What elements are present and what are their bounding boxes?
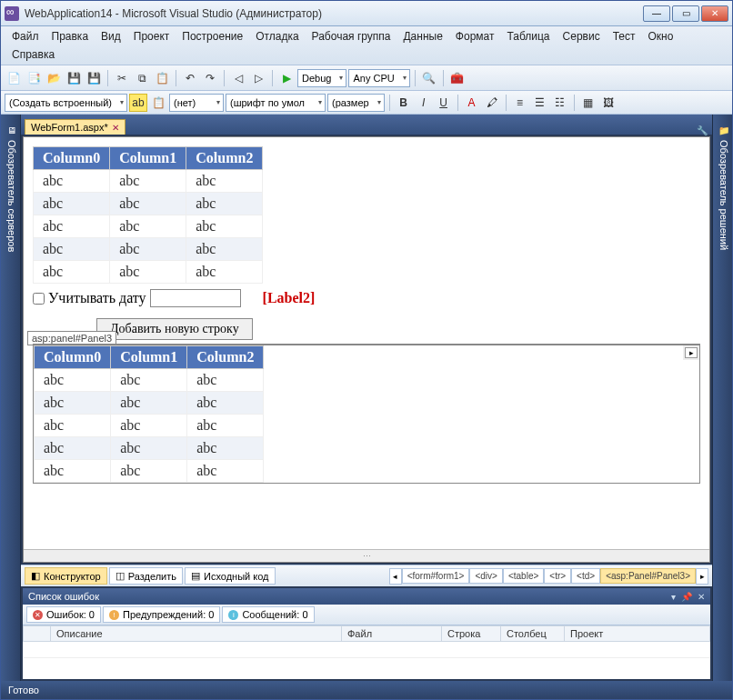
save-icon[interactable]: 💾 xyxy=(65,69,83,87)
italic-icon[interactable]: I xyxy=(415,94,433,112)
horizontal-scrollbar[interactable]: ⋯ xyxy=(24,549,709,562)
menu-view[interactable]: Вид xyxy=(95,28,126,45)
breadcrumb-table[interactable]: <table> xyxy=(503,568,544,584)
window-title: WebApplication14 - Microsoft Visual Stud… xyxy=(25,7,641,20)
start-debug-icon[interactable]: ▶ xyxy=(277,69,296,87)
solution-config-combo[interactable]: Debug xyxy=(297,69,346,87)
breadcrumb-form[interactable]: <form#form1> xyxy=(402,568,470,584)
find-icon[interactable]: 🔍 xyxy=(420,69,438,87)
breadcrumb-panel[interactable]: <asp:Panel#Panel3> xyxy=(600,568,696,584)
gridview-2[interactable]: Column0 Column1 Column2 abcabcabc abcabc… xyxy=(34,345,264,483)
breadcrumb-div[interactable]: <div> xyxy=(469,568,502,584)
errors-tab[interactable]: ✕Ошибок: 0 xyxy=(26,606,101,623)
pin-icon[interactable]: 📌 xyxy=(681,592,692,602)
close-tab-icon[interactable]: ✕ xyxy=(112,123,119,133)
col-line[interactable]: Строка xyxy=(442,626,501,642)
menu-tools[interactable]: Сервис xyxy=(557,28,606,45)
open-file-icon[interactable]: 📂 xyxy=(45,69,63,87)
label2[interactable]: [Label2] xyxy=(263,290,316,306)
design-view-button[interactable]: ◧Конструктор xyxy=(25,567,107,585)
maximize-button[interactable]: ▭ xyxy=(672,5,699,22)
tab-label: WebForm1.aspx* xyxy=(31,122,108,133)
menu-project[interactable]: Проект xyxy=(128,28,176,45)
col-project[interactable]: Проект xyxy=(565,626,710,642)
split-view-button[interactable]: ◫Разделить xyxy=(109,567,183,585)
bg-color-icon[interactable]: 🖍 xyxy=(483,94,501,112)
menu-table[interactable]: Таблица xyxy=(501,28,555,45)
cut-icon[interactable]: ✂ xyxy=(113,69,131,87)
bold-icon[interactable]: B xyxy=(395,94,413,112)
grid1-header-1: Column1 xyxy=(110,147,186,170)
breadcrumb-tr[interactable]: <tr> xyxy=(544,568,571,584)
col-column[interactable]: Столбец xyxy=(501,626,565,642)
paste-icon[interactable]: 📋 xyxy=(153,69,171,87)
menu-edit[interactable]: Правка xyxy=(46,28,95,45)
add-item-icon[interactable]: 📑 xyxy=(25,69,43,87)
menu-help[interactable]: Справка xyxy=(6,46,60,63)
ordered-list-icon[interactable]: ☰ xyxy=(531,94,549,112)
save-all-icon[interactable]: 💾 xyxy=(85,69,103,87)
font-size-combo[interactable]: (размер xyxy=(327,94,385,112)
menu-test[interactable]: Тест xyxy=(607,28,641,45)
properties-icon: 🔧 xyxy=(696,124,708,136)
toolbox-icon[interactable]: 🧰 xyxy=(448,69,467,87)
underline-icon[interactable]: U xyxy=(435,94,453,112)
dropdown-icon[interactable]: ▾ xyxy=(671,592,676,602)
style-combo[interactable]: (Создать встроенный) xyxy=(5,94,127,112)
col-file[interactable]: Файл xyxy=(342,626,442,642)
menu-build[interactable]: Построение xyxy=(176,28,248,45)
copy-icon[interactable]: ⧉ xyxy=(133,69,151,87)
smart-tag-icon[interactable]: ▸ xyxy=(685,347,698,358)
breadcrumb-prev-icon[interactable]: ◂ xyxy=(389,568,402,585)
nav-back-icon[interactable]: ◁ xyxy=(229,69,247,87)
split-icon: ◫ xyxy=(115,570,125,582)
date-textbox[interactable] xyxy=(150,289,241,307)
gridview-1[interactable]: Column0 Column1 Column2 abcabcabc abcabc… xyxy=(33,146,263,284)
info-icon: i xyxy=(228,610,238,620)
menu-debug[interactable]: Отладка xyxy=(250,28,304,45)
consider-date-checkbox[interactable] xyxy=(33,293,45,305)
close-button[interactable]: ✕ xyxy=(701,5,728,22)
minimize-button[interactable]: — xyxy=(643,5,670,22)
highlight-icon[interactable]: ab xyxy=(129,94,147,112)
menu-data[interactable]: Данные xyxy=(397,28,447,45)
solution-icon: 📁 xyxy=(718,124,730,136)
font-color-icon[interactable]: A xyxy=(463,94,481,112)
tag-breadcrumb: ◂ <form#form1> <div> <table> <tr> <td> <… xyxy=(389,568,708,585)
menu-format[interactable]: Формат xyxy=(450,28,500,45)
error-list-panel: Список ошибок ▾ 📌 ✕ ✕Ошибок: 0 !Предупре… xyxy=(23,588,710,679)
solution-platform-combo[interactable]: Any CPU xyxy=(348,69,409,87)
error-list-title: Список ошибок xyxy=(28,591,99,602)
status-text: Готово xyxy=(8,685,39,695)
view-switcher: ◧Конструктор ◫Разделить ▤Исходный код ◂ … xyxy=(21,565,712,586)
new-project-icon[interactable]: 📄 xyxy=(5,69,23,87)
col-description[interactable]: Описание xyxy=(51,626,342,642)
checkbox-label: Учитывать дату xyxy=(48,290,146,306)
table-row: abcabcabc xyxy=(35,437,264,460)
menu-team[interactable]: Рабочая группа xyxy=(306,28,397,45)
unordered-list-icon[interactable]: ☷ xyxy=(551,94,569,112)
source-view-button[interactable]: ▤Исходный код xyxy=(185,567,276,585)
font-combo[interactable]: (шрифт по умол xyxy=(226,94,326,112)
breadcrumb-td[interactable]: <td> xyxy=(571,568,600,584)
tab-webform1[interactable]: WebForm1.aspx* ✕ xyxy=(25,119,126,135)
server-explorer-tab[interactable]: 🖥Обозреватель серверов xyxy=(5,120,18,675)
standard-toolbar: 📄 📑 📂 💾 💾 ✂ ⧉ 📋 ↶ ↷ ◁ ▷ ▶ Debug Any CPU … xyxy=(1,65,732,91)
solution-explorer-tab[interactable]: 📁Обозреватель решений xyxy=(718,120,730,675)
insert-image-icon[interactable]: 🖼 xyxy=(599,94,618,112)
nav-forward-icon[interactable]: ▷ xyxy=(249,69,267,87)
align-left-icon[interactable]: ≡ xyxy=(511,94,529,112)
designer-surface: Column0 Column1 Column2 abcabcabc abcabc… xyxy=(23,136,710,563)
menu-file[interactable]: Файл xyxy=(6,28,45,45)
warnings-tab[interactable]: !Предупреждений: 0 xyxy=(103,606,220,623)
rule-combo[interactable]: (нет) xyxy=(169,94,224,112)
add-row-button[interactable]: Добавить новую строку xyxy=(96,318,253,340)
insert-table-icon[interactable]: ▦ xyxy=(579,94,597,112)
menu-window[interactable]: Окно xyxy=(642,28,678,45)
css-class-icon[interactable]: 📋 xyxy=(149,94,167,112)
redo-icon[interactable]: ↷ xyxy=(201,69,219,87)
warning-icon: ! xyxy=(109,610,119,620)
col-icon[interactable] xyxy=(24,626,51,642)
messages-tab[interactable]: iСообщений: 0 xyxy=(222,606,314,623)
undo-icon[interactable]: ↶ xyxy=(181,69,199,87)
